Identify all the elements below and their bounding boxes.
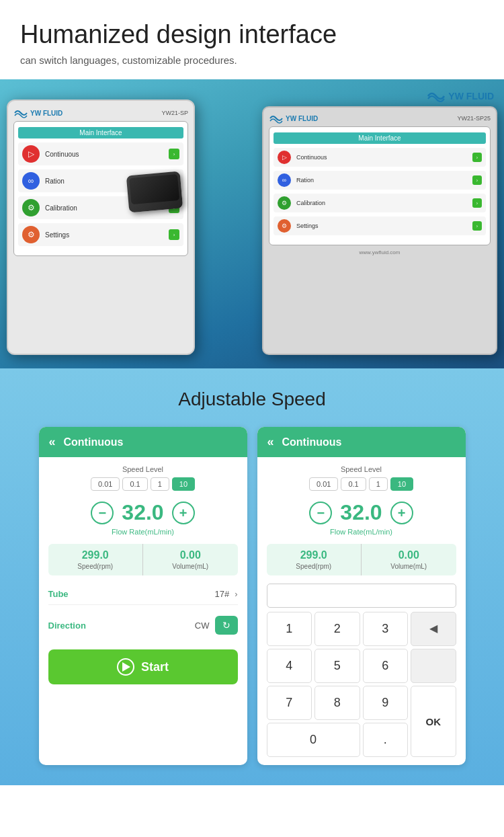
- left-speed-level-label: Speed Level: [48, 465, 238, 473]
- right-volume-label: Volume(mL): [368, 563, 450, 570]
- tube-label: Tube: [48, 589, 215, 599]
- numpad-key-8[interactable]: 8: [314, 686, 360, 720]
- speed-btn-1-right[interactable]: 1: [369, 477, 388, 491]
- left-volume-label: Volume(mL): [150, 563, 231, 570]
- right-panel: « Continuous Speed Level 0.01 0.1 1 10 −…: [257, 427, 466, 765]
- left-flow-decrease-btn[interactable]: −: [91, 502, 114, 524]
- numpad-key-9[interactable]: 9: [363, 686, 409, 720]
- numpad-empty-1: [411, 649, 456, 683]
- menu-item-settings[interactable]: ⚙ Settings ›: [18, 223, 183, 246]
- numpad-key-4[interactable]: 4: [267, 649, 312, 683]
- menu-item-calibration-r[interactable]: ⚙ Calibration ›: [274, 194, 486, 212]
- menu-item-continuous-r[interactable]: ▷ Continuous ›: [274, 148, 486, 167]
- left-flow-value: 32.0: [122, 500, 163, 525]
- numpad-ok-btn[interactable]: OK: [411, 686, 456, 757]
- right-speed-value: 299.0: [274, 549, 355, 561]
- left-speed-label: Speed(rpm): [55, 563, 136, 570]
- left-panel-body: Speed Level 0.01 0.1 1 10 − 32.0 + Flow …: [39, 457, 247, 692]
- tube-value: 17#: [214, 589, 229, 599]
- brand-logo-right: YW FLUID: [427, 89, 494, 103]
- left-speed-level-row: 0.01 0.1 1 10: [48, 477, 238, 491]
- start-label: Start: [141, 660, 169, 674]
- header-section: Humanized design interface can switch la…: [0, 0, 504, 79]
- right-speed-level-row: 0.01 0.1 1 10: [267, 477, 456, 491]
- numpad-section: 1 2 3 ◀ 4 5 6 7 8 9 OK 0 .: [267, 612, 456, 757]
- numpad-key-5[interactable]: 5: [314, 649, 360, 683]
- calibration-icon: ⚙: [22, 199, 40, 216]
- right-flow-decrease-btn[interactable]: −: [309, 502, 332, 524]
- left-volume-value: 0.00: [150, 549, 231, 561]
- right-panel-body: Speed Level 0.01 0.1 1 10 − 32.0 + Flow …: [257, 457, 466, 765]
- foot-pedal: [126, 171, 183, 213]
- direction-label: Direction: [48, 621, 195, 631]
- photo-section: YW FLUID YW21-SP Main Interface ▷ Contin…: [0, 79, 504, 368]
- bottom-section: Adjustable Speed « Continuous Speed Leve…: [0, 368, 504, 785]
- speed-btn-1-left[interactable]: 1: [151, 477, 169, 491]
- right-speed-stat: 299.0 Speed(rpm): [267, 544, 362, 575]
- left-speed-stat: 299.0 Speed(rpm): [48, 544, 144, 575]
- numpad-backspace-btn[interactable]: ◀: [411, 612, 456, 646]
- speed-btn-0.1-right[interactable]: 0.1: [341, 477, 366, 491]
- numpad-key-1[interactable]: 1: [267, 612, 312, 646]
- left-panel-header: « Continuous: [39, 427, 247, 457]
- left-panel-title: Continuous: [64, 436, 124, 448]
- right-speed-level-label: Speed Level: [267, 465, 456, 473]
- menu-item-ration-r[interactable]: ∞ Ration ›: [274, 171, 486, 190]
- device-left: YW FLUID YW21-SP Main Interface ▷ Contin…: [7, 99, 195, 355]
- continuous-icon: ▷: [22, 145, 40, 163]
- settings-arrow: ›: [169, 229, 179, 240]
- left-flow-rate-label: Flow Rate(mL/min): [48, 528, 238, 536]
- numpad-key-2[interactable]: 2: [314, 612, 360, 646]
- device-right: YW FLUID YW21-SP25 Main Interface ▷ Cont…: [262, 106, 497, 355]
- tube-arrow-icon[interactable]: ›: [235, 589, 237, 599]
- section-title: Adjustable Speed: [13, 389, 491, 410]
- speed-btn-0.01-left[interactable]: 0.01: [91, 477, 120, 491]
- numpad-key-dot[interactable]: .: [363, 723, 409, 757]
- menu-item-continuous[interactable]: ▷ Continuous ›: [18, 143, 183, 165]
- panels-row: « Continuous Speed Level 0.01 0.1 1 10 −…: [13, 427, 491, 765]
- right-panel-title: Continuous: [282, 436, 342, 448]
- left-volume-stat: 0.00 Volume(mL): [143, 544, 238, 575]
- numpad-key-7[interactable]: 7: [267, 686, 312, 720]
- numpad-key-6[interactable]: 6: [363, 649, 409, 683]
- numpad-key-0[interactable]: 0: [267, 723, 360, 757]
- speed-btn-0.01-right[interactable]: 0.01: [309, 477, 338, 491]
- right-flow-increase-btn[interactable]: +: [390, 502, 413, 524]
- right-stats-row: 299.0 Speed(rpm) 0.00 Volume(mL): [267, 544, 456, 575]
- play-triangle-icon: [122, 662, 130, 672]
- left-panel: « Continuous Speed Level 0.01 0.1 1 10 −…: [39, 427, 247, 765]
- speed-btn-0.1-left[interactable]: 0.1: [122, 477, 147, 491]
- right-back-arrow-icon[interactable]: «: [267, 435, 274, 449]
- page-title: Humanized design interface: [20, 20, 484, 49]
- device-screen-right: Main Interface ▷ Continuous › ∞ Ration ›…: [269, 126, 491, 245]
- speed-btn-10-right[interactable]: 10: [390, 477, 413, 491]
- left-flow-rate-row: − 32.0 +: [48, 500, 238, 525]
- numpad-grid: 1 2 3 ◀ 4 5 6 7 8 9 OK 0 .: [267, 612, 456, 757]
- menu-item-settings-r[interactable]: ⚙ Settings ›: [274, 216, 486, 235]
- right-volume-value: 0.00: [368, 549, 450, 561]
- numpad-input-field[interactable]: [267, 584, 456, 608]
- page-subtitle: can switch languages, customizable proce…: [20, 54, 484, 66]
- left-stats-row: 299.0 Speed(rpm) 0.00 Volume(mL): [48, 544, 238, 575]
- numpad-key-3[interactable]: 3: [363, 612, 409, 646]
- right-panel-header: « Continuous: [257, 427, 466, 457]
- tube-row: Tube 17# ›: [48, 584, 238, 605]
- direction-value: CW: [195, 621, 210, 631]
- right-speed-label: Speed(rpm): [274, 563, 355, 570]
- screen-title-bar-left: Main Interface: [18, 127, 183, 138]
- left-flow-increase-btn[interactable]: +: [172, 502, 195, 524]
- right-flow-value: 32.0: [340, 500, 382, 525]
- ration-icon: ∞: [22, 172, 40, 190]
- start-icon: [117, 658, 134, 676]
- left-back-arrow-icon[interactable]: «: [49, 435, 56, 449]
- start-button[interactable]: Start: [48, 649, 238, 684]
- speed-btn-10-left[interactable]: 10: [172, 477, 195, 491]
- settings-icon: ⚙: [22, 226, 40, 243]
- right-volume-stat: 0.00 Volume(mL): [362, 544, 456, 575]
- direction-toggle-btn[interactable]: ↻: [215, 616, 238, 635]
- right-flow-rate-label: Flow Rate(mL/min): [267, 528, 456, 536]
- direction-row: Direction CW ↻: [48, 610, 238, 640]
- continuous-arrow: ›: [169, 149, 179, 159]
- left-speed-value: 299.0: [55, 549, 136, 561]
- right-flow-rate-row: − 32.0 +: [267, 500, 456, 525]
